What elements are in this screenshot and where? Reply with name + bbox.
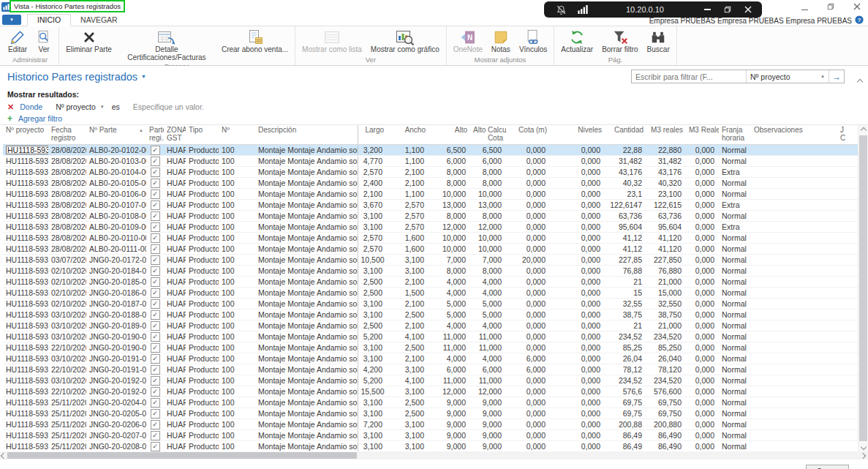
cell-m3-reales[interactable]: 69,750	[646, 408, 686, 419]
cell-ancho[interactable]: 4,100	[387, 375, 429, 386]
cell-observaciones[interactable]	[751, 211, 837, 222]
cell-parte-registrado[interactable]: ✓	[146, 189, 164, 200]
column-header-niveles[interactable]: Niveles	[550, 125, 605, 145]
cell-cantidad[interactable]: 234,52	[605, 375, 646, 386]
cell-franja-horaria[interactable]: Normal	[719, 320, 751, 331]
cell-m3-reales-pa[interactable]: 0,000	[686, 408, 719, 419]
cell-m3-reales[interactable]: 26,040	[646, 353, 686, 364]
cell-num[interactable]: 100	[219, 266, 255, 277]
cell-cota-m[interactable]: 0,000	[506, 331, 550, 342]
cell-alto[interactable]: 4,000	[429, 277, 470, 288]
cell-cota-m[interactable]: 0,000	[506, 222, 550, 233]
cell-zona-gst[interactable]: HUAF…	[164, 331, 186, 342]
cell-num[interactable]: 100	[219, 233, 255, 244]
cell-m3-reales-pa[interactable]: 0,000	[686, 156, 719, 167]
cell-cota-m[interactable]: 20,000	[506, 255, 550, 266]
cell-alto[interactable]: 6,500	[429, 145, 470, 156]
cell-num[interactable]: 100	[219, 145, 255, 156]
cell-largo[interactable]: 4,200	[358, 364, 387, 375]
table-row[interactable]: HU1118-59303/10/2020JNG0-20-0188-00✓HUAF…	[3, 309, 858, 320]
cell-largo[interactable]: 3,100	[358, 441, 387, 452]
cell-alto[interactable]: 10,000	[429, 189, 470, 200]
cell-observaciones[interactable]	[751, 331, 837, 342]
cell-m3-reales[interactable]: 69,750	[646, 397, 686, 408]
cell-cut[interactable]	[837, 331, 858, 342]
cell-tipo[interactable]: Producto	[186, 441, 219, 452]
cell-descripcion[interactable]: Montaje Montaje Andamio sobre su…	[255, 386, 358, 397]
column-header-num-parte[interactable]: ▲Nº Parte	[86, 125, 146, 145]
cell-cota-m[interactable]: 0,000	[506, 277, 550, 288]
cell-descripcion[interactable]: Montaje Montaje Andamio sobre su…	[255, 353, 358, 364]
cell-franja-horaria[interactable]: Normal	[719, 145, 751, 156]
cell-num[interactable]: 100	[219, 178, 255, 189]
cell-franja-horaria[interactable]: Normal	[719, 309, 751, 320]
cell-num[interactable]: 100	[219, 189, 255, 200]
table-row[interactable]: HU1118-59302/10/2020JNG0-20-0185-00✓HUAF…	[3, 277, 858, 288]
cell-cut[interactable]	[837, 299, 858, 309]
window-restore-button[interactable]	[827, 0, 834, 13]
cell-m3-reales-pa[interactable]: 0,000	[686, 320, 719, 331]
cell-niveles[interactable]: 0,000	[550, 255, 605, 266]
cell-parte-registrado[interactable]: ✓	[146, 233, 164, 244]
cell-tipo[interactable]: Producto	[186, 178, 219, 189]
cell-num-parte[interactable]: JNG0-20-0192-01	[86, 386, 146, 397]
cell-m3-reales[interactable]: 41,120	[646, 233, 686, 244]
cell-fecha-registro[interactable]: 22/10/2020	[48, 342, 86, 353]
cell-tipo[interactable]: Producto	[186, 200, 219, 211]
cell-parte-registrado[interactable]: ✓	[146, 364, 164, 375]
cell-cota-m[interactable]: 0,000	[506, 145, 550, 156]
cell-cota-m[interactable]: 6,000	[506, 364, 550, 375]
ribbon-button-onenote[interactable]: NOneNote	[449, 27, 487, 55]
cell-proyecto[interactable]: HU1118-593	[3, 397, 48, 408]
table-row[interactable]: HU1118-59328/08/2020ALB0-20-0105-00✓HUAF…	[3, 178, 858, 189]
cell-tipo[interactable]: Producto	[186, 299, 219, 309]
cell-proyecto[interactable]: HU1118-593	[3, 299, 48, 309]
table-row[interactable]: HU1118-59325/11/2020JNG0-20-0204-01✓HUAF…	[3, 397, 858, 408]
cell-alto-calculada-cota[interactable]: 6,000	[470, 156, 506, 167]
cell-num[interactable]: 100	[219, 288, 255, 299]
cell-parte-registrado[interactable]: ✓	[146, 430, 164, 441]
cell-cut[interactable]	[837, 189, 858, 200]
ribbon-button-editar[interactable]: Editar	[4, 27, 31, 55]
cell-niveles[interactable]: 0,000	[550, 408, 605, 419]
table-row[interactable]: HU1118-59302/10/2020JNG0-20-0184-00✓HUAF…	[3, 266, 858, 277]
cell-num[interactable]: 100	[219, 320, 255, 331]
cell-alto-calculada-cota[interactable]: 9,000	[470, 430, 506, 441]
cell-cantidad[interactable]: 23,1	[605, 189, 646, 200]
table-row[interactable]: HU1118-59325/11/2020JNG0-20-0206-00✓HUAF…	[3, 419, 858, 430]
table-row[interactable]: HU1118-59303/10/2020JNG0-20-0192-00✓HUAF…	[3, 375, 858, 386]
cell-alto-calculada-cota[interactable]: 12,000	[470, 386, 506, 397]
cell-proyecto[interactable]: HU1118-593	[3, 266, 48, 277]
cell-descripcion[interactable]: Montaje Montaje Andamio sobre su…	[255, 277, 358, 288]
page-title-caret-icon[interactable]: ▼	[141, 74, 146, 79]
cell-franja-horaria[interactable]: Normal	[719, 244, 751, 255]
cell-alto[interactable]: 9,000	[429, 430, 470, 441]
cell-alto-calculada-cota[interactable]: 6,000	[470, 364, 506, 375]
cell-m3-reales[interactable]: 86,490	[646, 430, 686, 441]
cell-ancho[interactable]: 1,500	[387, 288, 429, 299]
cell-fecha-registro[interactable]: 28/08/2020	[48, 189, 86, 200]
cell-proyecto[interactable]: HU1118-593	[3, 200, 48, 211]
cell-num-parte[interactable]: JNG0-20-0188-00	[86, 309, 146, 320]
cell-niveles[interactable]: 0,000	[550, 353, 605, 364]
cell-largo[interactable]: 3,100	[358, 309, 387, 320]
collapse-chevron-icon[interactable]	[858, 74, 862, 87]
cell-cantidad[interactable]: 78,12	[605, 364, 646, 375]
cell-alto[interactable]: 11,000	[429, 331, 470, 342]
cell-ancho[interactable]: 2,570	[387, 211, 429, 222]
cell-franja-horaria[interactable]: Normal	[719, 266, 751, 277]
cell-largo[interactable]: 2,400	[358, 178, 387, 189]
cell-num[interactable]: 100	[219, 167, 255, 178]
cell-fecha-registro[interactable]: 25/11/2020	[48, 397, 86, 408]
parte-registrado-checkbox[interactable]: ✓	[151, 146, 160, 155]
cell-largo[interactable]: 7,200	[358, 419, 387, 430]
cell-m3-reales-pa[interactable]: 0,000	[686, 309, 719, 320]
parte-registrado-checkbox[interactable]: ✓	[151, 310, 160, 320]
cell-num[interactable]: 100	[219, 244, 255, 255]
cell-cantidad[interactable]: 26,04	[605, 353, 646, 364]
table-row[interactable]: HU1118-59328/08/2020ALB0-20-0109-00✓HUAF…	[3, 222, 858, 233]
horizontal-scrollbar[interactable]	[0, 451, 868, 459]
cell-fecha-registro[interactable]: 02/10/2020	[48, 288, 86, 299]
cell-cantidad[interactable]: 38,75	[605, 309, 646, 320]
cell-proyecto[interactable]: HU1118-593	[3, 419, 48, 430]
